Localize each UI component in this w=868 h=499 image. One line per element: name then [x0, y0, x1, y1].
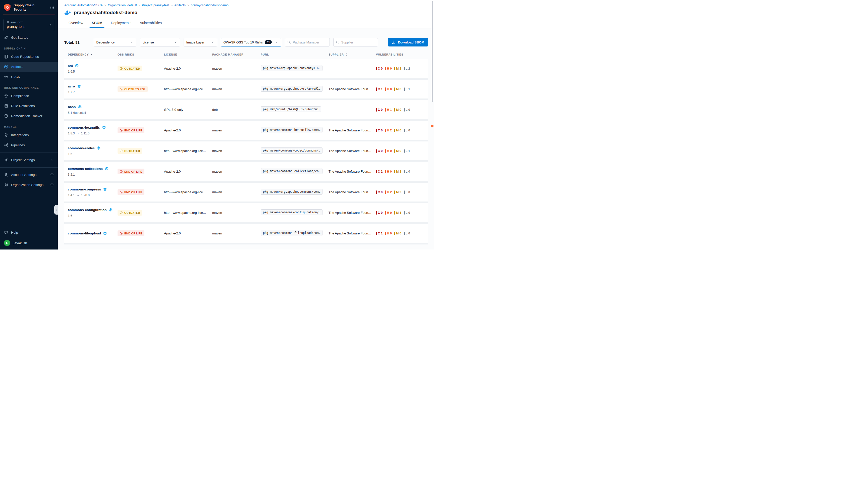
purl-value[interactable]: pkg:maven/commons-beanutils/comm…	[261, 127, 322, 133]
sidebar-item-rule-definitions[interactable]: Rule Definitions	[0, 101, 58, 111]
sidebar-item-compliance[interactable]: Compliance	[0, 91, 58, 101]
breadcrumb-link-4[interactable]: Artifacts	[174, 3, 186, 7]
tab-deployments[interactable]: Deployments	[107, 18, 136, 28]
vuln-count-text: M 2	[396, 191, 401, 194]
integrations-icon	[4, 133, 8, 137]
dependency-name-text: commons-fileupload	[68, 231, 101, 235]
cell-package-manager: maven	[212, 211, 261, 215]
download-sbom-button[interactable]: Download SBOM	[388, 38, 428, 47]
purl-value[interactable]: pkg:maven/org.apache.avro/avro@1…	[261, 86, 322, 92]
filter-owasp-oss-top-10-risks[interactable]: OWASP OSS Top 10 Risks01	[221, 38, 281, 47]
sidebar-item-label: Get Started	[11, 36, 28, 39]
sidebar-item-account-settings[interactable]: Account Settings	[0, 170, 58, 180]
user-menu[interactable]: L Lavakush	[0, 238, 58, 250]
purl-value[interactable]: pkg:maven/commons-configuration/…	[261, 209, 322, 215]
search-supplier-input[interactable]	[333, 38, 378, 47]
table-row[interactable]: commons-collections3.2.1END OF LIFEApach…	[64, 162, 428, 183]
oss-risk-badge-end-of-life: END OF LIFE	[117, 189, 145, 195]
oss-risk-label: OUTDATED	[124, 211, 140, 214]
search-package-manager-input[interactable]	[285, 38, 330, 47]
sidebar-collapse-handle[interactable]	[54, 205, 58, 215]
vertical-scrollbar[interactable]	[432, 1, 433, 102]
cell-dependency: bash5.1-6ubuntu1	[68, 105, 117, 114]
severity-bar-high	[385, 211, 386, 215]
sidebar-item-remediation-tracker[interactable]: Remediation Tracker	[0, 111, 58, 121]
tab-vulnerabilities[interactable]: Vulnerabilities	[136, 18, 166, 28]
table-row[interactable]: commons-beanutils1.8.3→1.11.0END OF LIFE…	[64, 121, 428, 142]
column-header-dependency[interactable]: DEPENDENCY	[68, 53, 117, 56]
layers-icon	[75, 63, 79, 68]
sidebar-item-integrations[interactable]: Integrations	[0, 130, 58, 140]
filter-image-layer[interactable]: Image Layer	[184, 38, 217, 47]
table-row[interactable]: commons-codec1.6OUTDATEDhttp---www.apach…	[64, 142, 428, 162]
breadcrumb-link-2[interactable]: Organization: default	[108, 3, 137, 7]
vuln-count-text: H 2	[387, 191, 392, 194]
tab-bar: OverviewSBOMDeploymentsVulnerabilities	[58, 18, 434, 28]
dependency-name: commons-codec	[68, 146, 117, 150]
oss-risk-label: OUTDATED	[124, 149, 140, 153]
severity-bar-low	[404, 191, 405, 194]
upgrade-version: 1.11.0	[81, 132, 89, 135]
oss-risk-badge-end-of-life: END OF LIFE	[117, 169, 145, 174]
sidebar-item-ci-cd[interactable]: CI/CD	[0, 72, 58, 82]
table-row[interactable]: bash5.1-6ubuntu1-GPL-3.0-onlydebpkg:deb/…	[64, 100, 428, 121]
table-row[interactable]: commons-configuration1.6OUTDATEDhttp---w…	[64, 203, 428, 224]
cell-dependency: commons-collections3.2.1	[68, 167, 117, 177]
purl-value[interactable]: pkg:deb/ubuntu/bash@5.1-6ubuntu1	[261, 106, 321, 112]
ban-icon	[120, 191, 123, 194]
table-row[interactable]: commons-fileuploadEND OF LIFEApache-2.0m…	[64, 224, 428, 244]
vuln-count-low: L 1	[404, 87, 410, 91]
sidebar-item-help[interactable]: Help	[0, 227, 58, 238]
severity-bar-medium	[394, 87, 395, 91]
vuln-count-text: M 0	[396, 149, 401, 153]
cell-oss-risks: -	[117, 108, 164, 112]
dependency-name: commons-beanutils	[68, 125, 117, 130]
breadcrumb-link-5[interactable]: pranaycshah/todolist-demo	[191, 3, 228, 7]
breadcrumb-separator-icon: >	[104, 4, 106, 7]
breadcrumb-link-1[interactable]: Account: Automation-SSCA	[64, 3, 103, 7]
filter-label: Image Layer	[186, 40, 204, 44]
column-header-license: LICENSE	[164, 53, 212, 56]
filter-dependency[interactable]: Dependency	[94, 38, 136, 47]
cell-oss-risks: CLOSE TO EOL	[117, 86, 164, 92]
purl-value[interactable]: pkg:maven/org.apache.commons/com…	[261, 189, 322, 195]
tab-overview[interactable]: Overview	[64, 18, 87, 28]
cell-vulnerabilities: C 0H 0M 1L 0	[376, 211, 428, 215]
sidebar-item-organization-settings[interactable]: Organization Settings	[0, 180, 58, 190]
severity-bar-critical	[376, 149, 377, 153]
sidebar-item-label: Pipelines	[11, 143, 25, 147]
vuln-count-high: H 1	[385, 108, 392, 112]
sidebar-item-code-repositories[interactable]: Code Repositories	[0, 52, 58, 62]
ban-icon	[120, 129, 123, 132]
cell-license: http---www.apache.org-lice…	[164, 149, 212, 153]
breadcrumb-link-3[interactable]: Project: pranay-test	[142, 3, 169, 7]
purl-value[interactable]: pkg:maven/commons-collections/co…	[261, 168, 322, 174]
table-row[interactable]: avro1.7.7CLOSE TO EOLhttp---www.apache.o…	[64, 80, 428, 100]
filter-license[interactable]: License	[140, 38, 180, 47]
cell-dependency: commons-fileupload	[68, 231, 117, 235]
vuln-count-critical: C 0	[376, 191, 383, 194]
floating-widget-dot[interactable]	[431, 125, 434, 127]
dependency-name-text: commons-collections	[68, 167, 103, 171]
sidebar-item-get-started[interactable]: Get Started	[0, 33, 58, 43]
sidebar-item-project-settings[interactable]: Project Settings	[0, 155, 58, 165]
purl-value[interactable]: pkg:maven/commons-codec/commons-…	[261, 147, 322, 154]
clock-icon	[120, 211, 123, 214]
table-row[interactable]: commons-compress1.4.1→1.28.0END OF LIFEh…	[64, 183, 428, 203]
column-header-supplier[interactable]: SUPPLIER	[328, 53, 376, 56]
vuln-count-text: L 0	[406, 232, 410, 235]
tab-sbom[interactable]: SBOM	[87, 18, 107, 28]
table-row[interactable]: ant1.6.5OUTDATEDApache-2.0mavenpkg:maven…	[64, 59, 428, 80]
severity-bar-high	[385, 67, 386, 70]
cell-supplier: The Apache Software Foun…	[328, 211, 376, 215]
vuln-count-text: C 1	[378, 232, 383, 235]
sidebar-item-artifacts[interactable]: Artifacts	[0, 62, 58, 72]
project-selector[interactable]: PROJECT pranay-test	[3, 19, 54, 31]
purl-value[interactable]: pkg:maven/commons-fileupload/com…	[261, 230, 322, 236]
sidebar-item-pipelines[interactable]: Pipelines	[0, 140, 58, 150]
cell-vulnerabilities: C 0H 2M 0L 0	[376, 129, 428, 132]
layers-icon	[77, 84, 81, 88]
module-switcher-icon[interactable]	[50, 5, 54, 10]
vuln-count-text: H 0	[387, 232, 392, 235]
purl-value[interactable]: pkg:maven/org.apache.ant/ant@1.6…	[261, 65, 322, 71]
